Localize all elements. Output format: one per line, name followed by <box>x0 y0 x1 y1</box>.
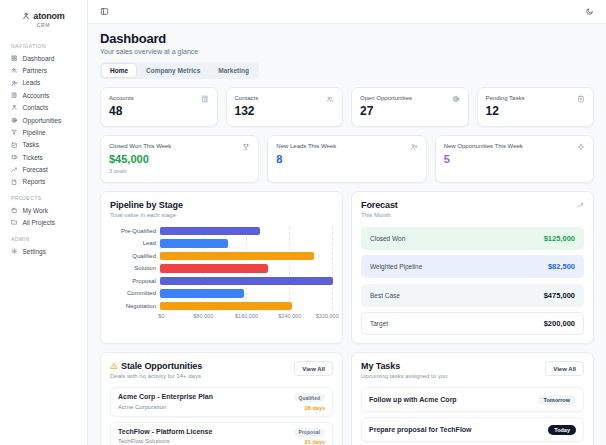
sidebar-item[interactable]: Contacts <box>0 102 87 114</box>
stale-opportunity-row[interactable]: TechFlow - Platform License TechFlow Sol… <box>110 422 333 445</box>
warning-icon <box>110 362 118 370</box>
chart-bar <box>160 227 260 236</box>
sidebar-item-label: Opportunities <box>23 117 62 124</box>
pipeline-title: Pipeline by Stage <box>110 200 333 210</box>
pipeline-chart-rows: Pre-QualifiedLeadQualifiedSolutionPropos… <box>110 227 333 311</box>
highlight-card: Closed Won This Week $45,000 3 deals <box>100 135 259 183</box>
chart-category-label: Lead <box>110 240 156 246</box>
tab[interactable]: Company Metrics <box>138 64 208 77</box>
charts-row: Pipeline by Stage Total value in each st… <box>100 191 594 345</box>
opportunity-name: TechFlow - Platform License <box>118 428 212 436</box>
theme-toggle-icon[interactable] <box>585 7 594 16</box>
sidebar-item[interactable]: Reports <box>0 176 87 188</box>
chart-category-label: Pre-Qualified <box>110 228 156 234</box>
forecast-icon <box>11 166 18 173</box>
chart-category-label: Solution <box>110 265 156 271</box>
opportunity-company: TechFlow Solutions <box>118 438 212 445</box>
tab[interactable]: Marketing <box>210 64 257 77</box>
sidebar-item-label: Leads <box>23 79 41 86</box>
chart-track <box>160 252 333 261</box>
stat-value: 48 <box>109 105 209 118</box>
tab[interactable]: Home <box>102 64 136 77</box>
partners-icon <box>11 67 18 74</box>
forecast-subtitle: This Month <box>361 212 398 219</box>
reports-icon <box>11 179 18 186</box>
chart-bar <box>160 264 268 273</box>
chart-row: Committed <box>110 289 333 298</box>
sidebar-item-label: Accounts <box>23 92 50 99</box>
sidebar-item[interactable]: Pipeline <box>0 126 87 138</box>
forecast-row: Best Case $475,000 <box>361 284 584 307</box>
sidebar-item-label: All Projects <box>23 219 56 226</box>
stat-value: 12 <box>486 105 586 118</box>
highlight-value: $45,000 <box>109 153 250 165</box>
chart-track <box>160 227 333 236</box>
sidebar-section: Admin Settings <box>0 229 87 257</box>
sidebar-item[interactable]: Forecast <box>0 163 87 175</box>
forecast-row-value: $125,000 <box>544 234 575 243</box>
sidebar-item-label: Settings <box>23 248 47 255</box>
my-work-icon <box>11 207 18 214</box>
highlight-card: New Opportunities This Week 5 <box>435 135 594 183</box>
accounts-icon <box>11 92 18 99</box>
task-name: Prepare proposal for TechFlow <box>369 426 472 434</box>
x-tick-label: $240,000 <box>278 313 301 319</box>
logo-subtitle: CRM <box>0 22 87 28</box>
sidebar-item[interactable]: Partners <box>0 64 87 76</box>
highlight-subtext: 3 deals <box>109 168 250 174</box>
sidebar-nav: Navigation Dashboard Partners <box>0 36 87 257</box>
sidebar-item-label: Tickets <box>23 154 43 161</box>
highlight-subtext <box>276 168 417 174</box>
stat-value: 27 <box>360 105 460 118</box>
page-subtitle: Your sales overview at a glance <box>100 48 594 56</box>
stale-view-all-button[interactable]: View All <box>294 361 333 376</box>
highlight-value: 5 <box>444 153 585 165</box>
sidebar-item[interactable]: Dashboard <box>0 52 87 64</box>
sidebar-item[interactable]: Tickets <box>0 151 87 163</box>
stat-label: Pending Tasks <box>486 95 586 102</box>
opportunity-company: Acme Corporation <box>118 404 213 411</box>
sidebar-item[interactable]: Tasks <box>0 139 87 151</box>
sidebar-section-items: Dashboard Partners Leads <box>0 52 87 188</box>
contacts-icon <box>11 104 18 111</box>
task-row[interactable]: Prepare proposal for TechFlow Today <box>361 417 584 442</box>
sidebar-toggle-icon[interactable] <box>100 7 109 16</box>
pipeline-icon <box>11 129 18 136</box>
forecast-panel: Forecast This Month Closed Won $125,000 <box>351 191 594 345</box>
chart-bar <box>160 302 292 311</box>
sidebar-item[interactable]: All Projects <box>0 217 87 229</box>
stale-subtitle: Deals with no activity for 14+ days <box>110 373 202 380</box>
topbar <box>88 0 606 24</box>
highlight-card: New Leads This Week 8 <box>267 135 426 183</box>
sidebar-item[interactable]: Opportunities <box>0 114 87 126</box>
forecast-rows: Closed Won $125,000 Weighted Pipeline $8… <box>361 227 584 336</box>
target-icon <box>452 95 460 103</box>
my-tasks-panel: My Tasks Upcoming tasks assigned to you … <box>351 352 594 445</box>
sidebar-section-items: My Work All Projects <box>0 204 87 229</box>
forecast-row-value: $82,500 <box>548 262 575 271</box>
tasks-view-all-button[interactable]: View All <box>545 361 584 376</box>
pipeline-panel: Pipeline by Stage Total value in each st… <box>100 191 343 345</box>
stale-opportunity-row[interactable]: Acme Corp - Enterprise Plan Acme Corpora… <box>110 387 333 417</box>
highlight-label: New Leads This Week <box>276 143 417 150</box>
logo-icon <box>22 12 30 20</box>
sidebar-section: Projects My Work All Projects <box>0 188 87 229</box>
sidebar-item[interactable]: Settings <box>0 245 87 257</box>
stat-label: Contacts <box>235 95 335 102</box>
stat-card: Open Opportunities 27 <box>351 87 469 127</box>
chart-track <box>160 289 333 298</box>
task-row[interactable]: Follow up with Acme Corp Tomorrow <box>361 387 584 412</box>
chart-bar <box>160 239 228 248</box>
tasks-icon <box>11 142 18 149</box>
chart-row: Negotiation <box>110 302 333 311</box>
stale-opportunities-panel: Stale Opportunities Deals with no activi… <box>100 352 343 445</box>
sidebar-item[interactable]: Accounts <box>0 89 87 101</box>
pipeline-subtitle: Total value in each stage <box>110 212 333 219</box>
due-badge: Tomorrow <box>538 395 576 405</box>
sidebar-item[interactable]: Leads <box>0 77 87 89</box>
chart-bar <box>160 252 314 261</box>
sidebar-item[interactable]: My Work <box>0 204 87 216</box>
logo-name: atonom <box>33 11 64 21</box>
forecast-row-label: Target <box>370 320 388 327</box>
forecast-row-label: Closed Won <box>370 235 405 242</box>
